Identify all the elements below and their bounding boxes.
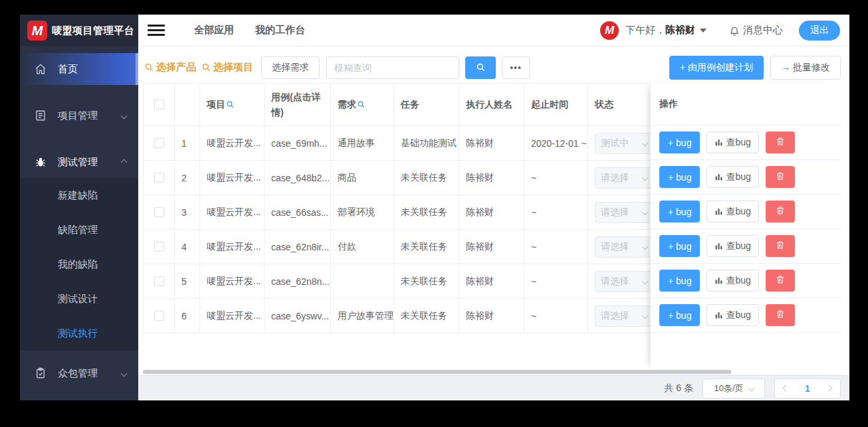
select-requirement-button[interactable]: 选择需求 xyxy=(261,56,320,79)
row-checkbox[interactable] xyxy=(154,138,164,148)
chevron-down-icon xyxy=(748,385,754,392)
view-bug-button[interactable]: 查bug xyxy=(706,201,758,222)
search-icon[interactable] xyxy=(226,100,235,109)
status-select[interactable]: 请选择 xyxy=(595,271,653,292)
usecase-cell[interactable]: case_62n8n... xyxy=(265,264,331,299)
sidebar-item-label: 缺陷管理 xyxy=(58,224,98,236)
sidebar-item-crowdsourcing[interactable]: 众包管理 xyxy=(20,357,138,389)
delete-button[interactable] xyxy=(766,131,795,153)
add-bug-button[interactable]: + bug xyxy=(659,270,700,292)
task-cell: 未关联任务 xyxy=(394,299,459,333)
batch-edit-button[interactable]: → 批量修改 xyxy=(770,56,841,80)
sidebar-item-new-defect[interactable]: 新建缺陷 xyxy=(20,178,138,213)
view-bug-button[interactable]: 查bug xyxy=(706,235,758,257)
chevron-down-icon xyxy=(642,140,649,147)
status-select[interactable]: 请选择 xyxy=(595,236,653,258)
delete-button[interactable] xyxy=(766,166,795,188)
delete-button[interactable] xyxy=(766,235,795,257)
add-bug-button[interactable]: + bug xyxy=(659,131,700,153)
more-filters-button[interactable]: ••• xyxy=(502,56,530,79)
next-page-button[interactable] xyxy=(827,386,831,390)
view-bug-button[interactable]: 查bug xyxy=(706,166,758,188)
bar-chart-icon xyxy=(714,138,723,147)
row-checkbox[interactable] xyxy=(154,173,164,183)
user-avatar[interactable]: M xyxy=(600,21,619,40)
usecase-cell[interactable]: case_69mh... xyxy=(265,126,331,161)
select-product-link[interactable]: 选择产品 xyxy=(144,61,196,74)
search-icon[interactable] xyxy=(357,100,366,109)
view-bug-button[interactable]: 查bug xyxy=(706,304,758,326)
usecase-cell[interactable]: case_62n8ir... xyxy=(265,230,331,264)
search-button[interactable] xyxy=(465,56,496,79)
col-requirement: 需求 xyxy=(331,84,394,126)
app-window: M 唛盟项目管理平台 首页 项目管理 测试管理 xyxy=(20,15,849,400)
sidebar-item-my-defects[interactable]: 我的缺陷 xyxy=(20,247,138,282)
project-cell: 唛盟云开发... xyxy=(200,299,265,333)
usecase-cell[interactable]: case_66sas... xyxy=(265,195,331,230)
sidebar-item-test-design[interactable]: 测试设计 xyxy=(20,282,138,316)
usecase-cell[interactable]: case_6yswv... xyxy=(265,299,331,333)
sidebar-item-defect-mgmt[interactable]: 缺陷管理 xyxy=(20,213,138,247)
view-bug-button[interactable]: 查bug xyxy=(706,131,758,153)
status-select[interactable]: 请选择 xyxy=(595,305,653,327)
sidebar-item-test-execution[interactable]: 测试执行 xyxy=(20,316,138,351)
delete-button[interactable] xyxy=(766,270,795,292)
pagination-bar: 共 6 条 10条/页 1 xyxy=(138,375,849,400)
row-checkbox[interactable] xyxy=(154,242,164,252)
add-bug-button[interactable]: + bug xyxy=(659,201,700,222)
project-cell: 唛盟云开发... xyxy=(200,195,265,230)
add-bug-button[interactable]: + bug xyxy=(659,235,700,257)
status-select[interactable]: 测试中 xyxy=(595,133,653,154)
dates-cell: ~ xyxy=(524,264,588,299)
executor-cell: 陈裕财 xyxy=(459,195,524,230)
row-checkbox[interactable] xyxy=(154,207,164,217)
current-page[interactable]: 1 xyxy=(805,383,810,394)
row-checkbox[interactable] xyxy=(154,311,164,321)
bell-icon xyxy=(729,25,740,36)
view-bug-label: 查bug xyxy=(726,240,750,252)
select-project-link[interactable]: 选择项目 xyxy=(201,61,253,74)
tab-my-workspace[interactable]: 我的工作台 xyxy=(255,24,305,37)
sidebar-item-label: 我的缺陷 xyxy=(58,258,98,271)
select-all-checkbox[interactable] xyxy=(154,100,164,110)
message-center-label: 消息中心 xyxy=(743,24,783,37)
requirement-cell xyxy=(331,264,394,299)
select-product-label: 选择产品 xyxy=(156,61,196,74)
usecase-cell[interactable]: case_648b2... xyxy=(265,161,331,195)
view-bug-label: 查bug xyxy=(726,206,750,218)
select-project-label: 选择项目 xyxy=(213,61,253,74)
greeting-text: 下午好， xyxy=(625,24,665,37)
executor-cell: 陈裕财 xyxy=(459,126,524,161)
tab-all-apps[interactable]: 全部应用 xyxy=(194,24,234,37)
chevron-down-icon xyxy=(642,313,649,319)
create-plan-from-case-button[interactable]: + 由用例创建计划 xyxy=(669,56,764,80)
hamburger-menu-icon[interactable] xyxy=(148,22,165,39)
prev-page-button[interactable] xyxy=(784,386,788,390)
message-center[interactable]: 消息中心 xyxy=(729,24,783,37)
task-cell: 未关联任务 xyxy=(394,264,459,299)
row-checkbox[interactable] xyxy=(154,276,164,286)
delete-button[interactable] xyxy=(766,304,795,326)
fuzzy-search-input[interactable] xyxy=(326,56,459,79)
sidebar-item-home[interactable]: 首页 xyxy=(20,53,138,85)
horizontal-scrollbar[interactable] xyxy=(143,370,731,374)
caret-down-icon xyxy=(700,29,706,33)
add-bug-button[interactable]: + bug xyxy=(659,166,700,188)
add-bug-button[interactable]: + bug xyxy=(659,304,700,326)
page-size-select[interactable]: 10条/页 xyxy=(703,379,765,398)
view-bug-button[interactable]: 查bug xyxy=(706,270,758,292)
sidebar-item-test-mgmt[interactable]: 测试管理 xyxy=(20,146,138,178)
view-bug-label: 查bug xyxy=(726,137,750,149)
user-menu[interactable]: 下午好， 陈裕财 xyxy=(625,24,706,37)
trash-icon xyxy=(776,240,785,252)
sidebar-item-project-mgmt[interactable]: 项目管理 xyxy=(20,100,138,131)
status-select[interactable]: 请选择 xyxy=(595,202,653,223)
main-content: 选择产品 选择项目 选择需求 ••• + 由用例创建计划 → 批量修改 xyxy=(138,46,849,400)
logout-button[interactable]: 退出 xyxy=(799,21,840,41)
view-bug-label: 查bug xyxy=(726,171,750,183)
status-select[interactable]: 请选择 xyxy=(595,167,653,189)
task-cell: 未关联任务 xyxy=(394,161,459,195)
page-size-value: 10条/页 xyxy=(714,383,743,394)
delete-button[interactable] xyxy=(766,201,795,222)
app-logo: M xyxy=(27,21,47,41)
